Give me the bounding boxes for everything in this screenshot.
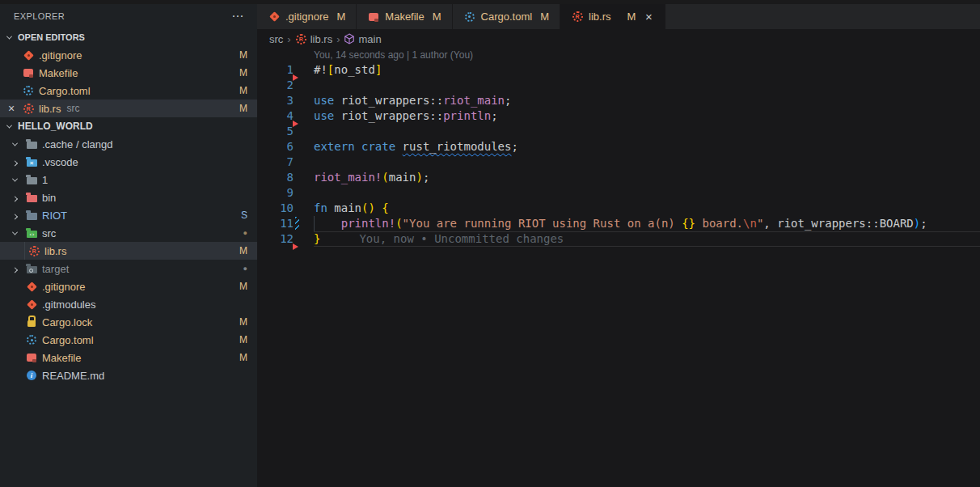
open-editor-makefile[interactable]: Makefile M <box>0 64 257 82</box>
tree-item-gitignore[interactable]: .gitignore M <box>0 277 257 295</box>
tree-item-librs[interactable]: lib.rs M <box>0 242 257 260</box>
tab-gitignore[interactable]: .gitignore M <box>257 4 357 29</box>
code-line-5[interactable]: 5 <box>257 124 980 139</box>
open-editors-section-header[interactable]: OPEN EDITORS <box>0 28 257 46</box>
tab-librs[interactable]: lib.rs M <box>560 4 665 29</box>
tree-item-cargotoml[interactable]: Cargo.toml M <box>0 331 257 349</box>
tree-item-riot[interactable]: RIOT S <box>0 206 257 224</box>
editor-gutter: 7 <box>257 155 314 170</box>
submodule-badge: S <box>241 210 247 221</box>
folder-icon <box>25 173 38 186</box>
explorer-header: EXPLORER <box>0 4 257 28</box>
git-icon <box>268 11 281 23</box>
gitlens-inline-blame: You, now • Uncommitted changes <box>359 232 564 245</box>
chevron-right-icon[interactable] <box>8 155 21 168</box>
chevron-right-icon[interactable] <box>8 209 21 222</box>
close-icon[interactable] <box>642 11 655 23</box>
tree-item-vscode[interactable]: .vscode <box>0 153 257 171</box>
line-number: 2 <box>257 78 294 93</box>
code-line-11[interactable]: 11 println!("You are running RIOT using … <box>257 216 980 231</box>
tree-item-bin[interactable]: bin <box>0 188 257 206</box>
makefile-icon <box>22 66 35 79</box>
git-deleted-gutter-icon[interactable] <box>293 74 298 81</box>
modified-badge: M <box>336 11 345 23</box>
chevron-down-icon[interactable] <box>8 173 21 186</box>
breadcrumb-separator <box>336 33 340 45</box>
code-line-3[interactable]: 3use riot_wrappers::riot_main; <box>257 93 980 108</box>
modified-children-dot: ● <box>243 229 247 237</box>
line-number: 11 <box>257 216 294 231</box>
line-number: 4 <box>257 108 294 124</box>
open-editor-cargotoml[interactable]: Cargo.toml M <box>0 82 257 100</box>
modified-children-dot: ● <box>243 265 247 273</box>
tree-item-cache-clangd[interactable]: .cache / clangd <box>0 135 257 153</box>
vscode-window: EXPLORER OPEN EDITORS .gitignore M Makef… <box>0 4 980 487</box>
breadcrumb-src[interactable]: src <box>269 33 283 45</box>
chevron-right-icon[interactable] <box>8 191 21 204</box>
tree-item-1[interactable]: 1 <box>0 171 257 188</box>
explorer-sidebar: EXPLORER OPEN EDITORS .gitignore M Makef… <box>0 4 257 487</box>
git-modified-gutter-icon[interactable] <box>295 217 299 231</box>
code-line-4[interactable]: 4use riot_wrappers::println; <box>257 108 980 124</box>
src-folder-icon <box>25 227 38 239</box>
code-line-7[interactable]: 7 <box>257 155 980 170</box>
breadcrumb-librs[interactable]: lib.rs <box>295 33 332 45</box>
breadcrumb-main-symbol[interactable]: main <box>344 33 381 45</box>
modified-badge: M <box>239 352 247 363</box>
chevron-down-icon[interactable] <box>2 31 15 44</box>
git-deleted-gutter-icon[interactable] <box>293 121 298 127</box>
chevron-right-icon[interactable] <box>8 262 21 275</box>
gitlens-blame-header[interactable]: You, 14 seconds ago | 1 author (You) <box>257 49 980 62</box>
code-line-6[interactable]: 6extern crate rust_riotmodules; <box>257 139 980 155</box>
vscode-folder-icon <box>25 155 38 168</box>
git-deleted-gutter-icon[interactable] <box>293 244 298 250</box>
rust-icon <box>571 11 584 23</box>
editor-gutter: 11 <box>257 216 314 231</box>
tab-makefile[interactable]: Makefile M <box>357 4 452 29</box>
open-editor-librs[interactable]: lib.rs src M <box>0 100 257 117</box>
code-line-12[interactable]: 12}You, now • Uncommitted changes <box>257 231 980 247</box>
close-icon[interactable] <box>5 102 18 115</box>
tree-item-src[interactable]: src ● <box>0 224 257 242</box>
line-number: 7 <box>257 155 294 170</box>
line-number: 5 <box>257 124 294 139</box>
code-line-10[interactable]: 10fn main() { <box>257 201 980 216</box>
tree-item-cargolock[interactable]: Cargo.lock M <box>0 313 257 331</box>
gear-icon <box>463 11 476 23</box>
code-line-2[interactable]: 2 <box>257 78 980 93</box>
tree-item-readme[interactable]: README.md <box>0 366 257 384</box>
indent-guide <box>314 216 315 231</box>
more-actions-icon[interactable] <box>230 9 246 23</box>
tab-cargotoml[interactable]: Cargo.toml M <box>453 4 560 29</box>
tree-item-makefile[interactable]: Makefile M <box>0 349 257 366</box>
code-line-8[interactable]: 8riot_main!(main); <box>257 170 980 185</box>
namespace-cube-icon <box>344 33 355 44</box>
editor-group: .gitignore M Makefile M Cargo.toml M lib… <box>257 4 980 487</box>
folder-icon <box>25 138 38 150</box>
editor-gutter: 6 <box>257 139 314 155</box>
code-text: fn main() { <box>314 201 980 216</box>
tab-bar-empty <box>665 4 980 29</box>
chevron-down-icon[interactable] <box>8 138 21 150</box>
code-line-1[interactable]: 1#![no_std] <box>257 62 980 78</box>
code-line-9[interactable]: 9 <box>257 185 980 201</box>
code-text <box>314 124 980 139</box>
tab-bar: .gitignore M Makefile M Cargo.toml M lib… <box>257 4 980 29</box>
editor-gutter: 5 <box>257 124 314 139</box>
tree-item-target[interactable]: target ● <box>0 260 257 277</box>
breadcrumb-separator <box>287 33 290 45</box>
workspace-root-header[interactable]: HELLO_WORLD <box>0 117 257 135</box>
rust-icon <box>27 244 40 257</box>
open-editors-label: OPEN EDITORS <box>18 32 85 42</box>
tree-item-gitmodules[interactable]: .gitmodules <box>0 295 257 313</box>
editor-gutter: 10 <box>257 201 314 216</box>
chevron-down-icon[interactable] <box>8 227 21 239</box>
close-slot <box>5 49 18 61</box>
git-icon <box>22 49 35 61</box>
code-text: }You, now • Uncommitted changes <box>314 231 980 247</box>
editor-gutter: 4 <box>257 108 314 124</box>
open-editor-gitignore[interactable]: .gitignore M <box>0 46 257 64</box>
modified-badge: M <box>239 334 247 345</box>
chevron-down-icon[interactable] <box>2 120 15 133</box>
code-editor[interactable]: You, 14 seconds ago | 1 author (You) 1#!… <box>257 49 980 487</box>
